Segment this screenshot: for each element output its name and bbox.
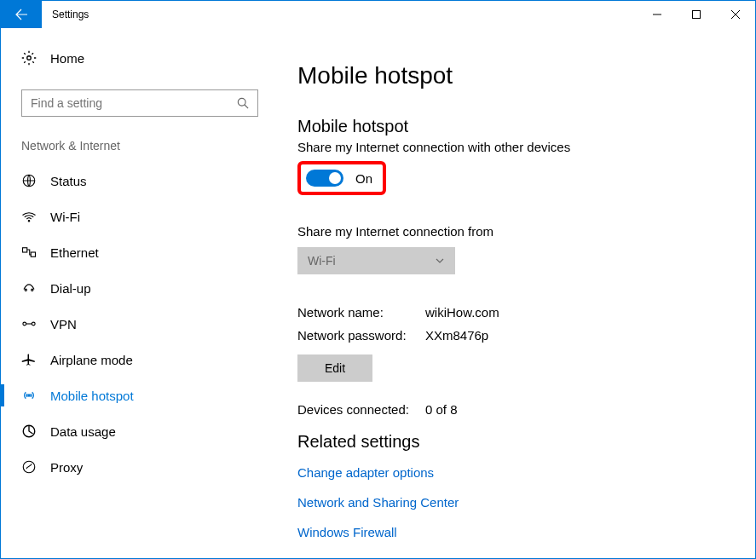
search-icon — [237, 97, 249, 109]
close-icon — [731, 10, 740, 19]
share-from-label: Share my Internet connection from — [297, 224, 755, 239]
sidebar-item-vpn[interactable]: VPN — [21, 306, 265, 342]
sidebar-item-label: Airplane mode — [50, 353, 133, 367]
toggle-knob — [329, 172, 341, 184]
section-subtitle: Share my Internet connection with other … — [297, 140, 755, 154]
gear-icon — [21, 50, 37, 66]
sidebar-item-wifi[interactable]: Wi-Fi — [21, 199, 265, 234]
maximize-button[interactable] — [677, 1, 716, 28]
sidebar-item-datausage[interactable]: Data usage — [21, 413, 265, 449]
globe-icon — [21, 173, 37, 188]
sidebar-item-label: Mobile hotspot — [50, 389, 134, 403]
sidebar-item-ethernet[interactable]: Ethernet — [21, 234, 265, 270]
sidebar-item-status[interactable]: Status — [21, 163, 265, 199]
close-button[interactable] — [716, 1, 755, 28]
content-panel: Mobile hotspot Mobile hotspot Share my I… — [265, 28, 755, 558]
svg-point-9 — [23, 322, 26, 326]
edit-button[interactable]: Edit — [297, 354, 372, 382]
svg-point-7 — [25, 289, 26, 291]
network-name-value: wikiHow.com — [425, 305, 499, 320]
svg-rect-6 — [31, 252, 35, 256]
share-from-dropdown[interactable]: Wi-Fi — [297, 247, 455, 274]
sidebar-item-proxy[interactable]: Proxy — [21, 449, 265, 485]
sidebar-item-label: Ethernet — [50, 245, 99, 260]
svg-point-8 — [32, 289, 33, 291]
dropdown-value: Wi-Fi — [308, 254, 336, 268]
network-password-row: Network password: XXm8476p — [297, 328, 755, 343]
related-settings-title: Related settings — [297, 432, 755, 452]
proxy-icon — [21, 459, 37, 475]
vpn-icon — [21, 316, 37, 331]
window-controls — [638, 1, 755, 28]
svg-point-11 — [28, 395, 30, 396]
network-name-label: Network name: — [297, 305, 425, 320]
svg-point-13 — [23, 461, 35, 473]
sidebar-item-label: Wi-Fi — [50, 210, 80, 224]
minimize-icon — [653, 10, 661, 19]
sidebar-item-label: Dial-up — [50, 281, 91, 296]
hotspot-toggle[interactable] — [306, 170, 343, 187]
svg-point-4 — [28, 221, 30, 222]
svg-point-1 — [27, 56, 32, 61]
link-firewall[interactable]: Windows Firewall — [297, 525, 755, 539]
sidebar: Home Network & Internet Status Wi-Fi Eth… — [1, 28, 265, 558]
sidebar-item-label: Status — [50, 174, 87, 188]
sidebar-item-hotspot[interactable]: Mobile hotspot — [21, 377, 265, 413]
airplane-icon — [21, 352, 37, 367]
wifi-icon — [21, 209, 37, 224]
chevron-down-icon — [435, 256, 445, 266]
link-adapter-options[interactable]: Change adapter options — [297, 465, 755, 480]
sidebar-item-airplane[interactable]: Airplane mode — [21, 342, 265, 377]
data-usage-icon — [21, 424, 37, 439]
section-title: Mobile hotspot — [297, 117, 755, 136]
page-title: Mobile hotspot — [297, 62, 755, 89]
dialup-icon — [21, 280, 37, 296]
link-network-sharing[interactable]: Network and Sharing Center — [297, 495, 755, 510]
toggle-highlight-box: On — [297, 161, 386, 195]
maximize-icon — [692, 10, 701, 19]
hotspot-icon — [21, 388, 37, 403]
devices-connected-label: Devices connected: — [297, 402, 425, 417]
svg-rect-0 — [693, 11, 701, 19]
window-title: Settings — [42, 1, 89, 28]
category-header: Network & Internet — [21, 139, 265, 153]
sidebar-item-dialup[interactable]: Dial-up — [21, 270, 265, 306]
devices-connected-value: 0 of 8 — [425, 402, 458, 417]
ethernet-icon — [21, 245, 37, 260]
sidebar-item-label: Data usage — [50, 424, 116, 439]
minimize-button[interactable] — [638, 1, 677, 28]
back-button[interactable] — [1, 1, 42, 28]
network-name-row: Network name: wikiHow.com — [297, 305, 755, 320]
network-password-label: Network password: — [297, 328, 425, 343]
svg-point-10 — [32, 322, 35, 326]
back-arrow-icon — [14, 8, 28, 21]
sidebar-item-label: VPN — [50, 317, 77, 331]
titlebar: Settings — [1, 1, 755, 28]
search-input[interactable] — [31, 96, 237, 110]
devices-connected-row: Devices connected: 0 of 8 — [297, 402, 755, 417]
toggle-state-label: On — [355, 171, 372, 186]
svg-rect-5 — [23, 248, 27, 252]
sidebar-item-label: Proxy — [50, 460, 83, 475]
home-button[interactable]: Home — [21, 45, 265, 71]
network-password-value: XXm8476p — [425, 328, 488, 343]
home-label: Home — [50, 51, 84, 66]
search-box[interactable] — [21, 89, 258, 117]
